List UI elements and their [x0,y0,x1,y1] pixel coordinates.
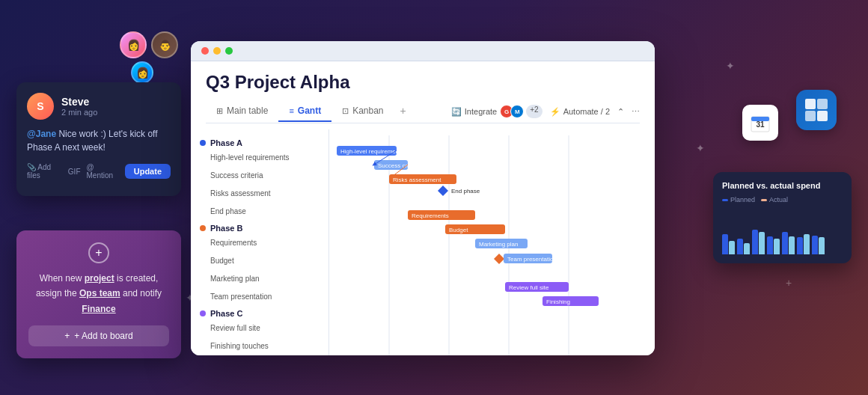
actual-bar-2 [744,243,750,254]
gantt-tabs: ⊞ Main table ≡ Gantt ⊡ Kanban + 🔄 Integr… [206,100,640,123]
integrate-label: Integrate [465,107,497,116]
task-end-phase-a: End phase [191,203,328,221]
planned-dot [722,199,728,201]
more-options-button[interactable]: ⋯ [632,107,640,117]
window-titlebar [191,41,655,61]
task-marketing-plan: Marketing plan [191,270,328,288]
google-calendar-icon: 31 [742,105,778,141]
svg-rect-11 [817,111,828,121]
plus-icon: + [88,242,109,263]
planned-bar-7 [812,236,818,254]
toolbar-right: 🔄 Integrate G M +2 ⚡ Automate / 2 ⌃ ⋯ [451,105,640,118]
add-to-board-icon: + [64,331,70,341]
planned-bar-4 [767,236,773,254]
gantt-header: Q3 Project Alpha ⊞ Main table ≡ Gantt ⊡ … [191,61,655,129]
phase-c-dot [200,310,206,316]
bar-group-6 [797,234,810,254]
automate-button[interactable]: ⚡ Automate / 2 [550,107,610,117]
add-to-board-button[interactable]: + + Add to board [28,325,169,346]
actual-bar-5 [789,236,795,254]
gantt-icon: ≡ [289,106,293,115]
close-dot [201,47,209,55]
sync-icon: 🔄 [451,107,462,117]
svg-rect-10 [805,111,816,121]
add-view-button[interactable]: + [394,100,412,123]
planned-bar-2 [737,239,743,254]
legend-planned: Planned [722,196,755,203]
gantt-window: Q3 Project Alpha ⊞ Main table ≡ Gantt ⊡ … [191,41,655,355]
task-high-level-req: High-level requirements [191,149,328,167]
project-keyword: project [85,273,114,284]
automation-card: + When new project is created, assign th… [16,230,181,358]
task-budget: Budget [191,252,328,270]
actual-bar-3 [759,232,765,254]
planned-bar-6 [797,237,803,254]
actual-bar-1 [729,241,735,254]
bar-label-success-criteria: Success criteria [378,162,421,169]
phase-b-name: Phase B [210,224,242,233]
gantt-chart-area: High-level requirements Success criteria… [329,129,655,355]
phase-a-dot [200,140,206,146]
main-table-icon: ⊞ [216,106,223,116]
chat-card: S Steve 2 min ago @Jane Nice work :) Let… [16,82,181,196]
bar-label-requirements: Requirements [412,212,449,219]
automate-icon: ⚡ [550,107,560,117]
main-table-label: Main table [227,105,268,116]
legend-actual: Actual [761,196,788,203]
bar-group-4 [767,236,780,254]
bar-label-budget: Budget [449,227,468,233]
task-team-presentation: Team presentation [191,288,328,306]
bar-label-review-full-site: Review full site [509,284,549,291]
planned-bar-3 [752,230,758,254]
avatar-1: 👩 [120,31,147,58]
task-review-full-site: Review full site [191,319,328,337]
project-title: Q3 Project Alpha [206,72,640,93]
gantt-svg: High-level requirements Success criteria… [329,135,655,349]
gantt-body: Phase A High-level requirements Success … [191,129,655,355]
phase-b-label: Phase B [191,221,328,234]
task-finishing-touches: Finishing touches [191,337,328,355]
automate-label: Automate / 2 [563,107,610,116]
chevron-up-icon: ⌃ [617,107,624,117]
chat-mention: @Jane [27,129,56,139]
actual-label: Actual [769,196,788,203]
automation-text: When new project is created, assign the … [28,271,169,316]
kanban-label: Kanban [352,105,383,116]
add-files-btn[interactable]: 📎 Add files [27,163,62,180]
gif-btn[interactable]: GIF [68,168,81,176]
add-to-board-label: + Add to board [74,331,132,341]
bar-label-risks-assessment: Risks assessment [393,177,441,183]
tab-main-table[interactable]: ⊞ Main table [206,101,278,122]
tab-kanban[interactable]: ⊡ Kanban [331,101,394,122]
avatar-3: 👩 [131,61,153,84]
bar-group-1 [722,234,735,254]
bar-group-3 [752,230,765,254]
phase-c-label: Phase C [191,306,328,319]
actual-bar-4 [774,239,780,254]
integrate-button[interactable]: 🔄 Integrate G M +2 [451,105,542,118]
actual-bar-6 [804,234,810,254]
svg-rect-8 [805,99,816,109]
tab-gantt[interactable]: ≡ Gantt [278,101,331,122]
task-success-criteria: Success criteria [191,167,328,185]
bar-group-5 [782,232,795,254]
chart-card: Planned vs. actual spend Planned Actual [713,172,852,263]
more-menu-button[interactable]: ⌃ [617,107,624,117]
star-decoration-3: ✦ [726,60,735,72]
phase-c-name: Phase C [210,309,242,318]
bar-label-marketing-plan: Marketing plan [479,241,518,248]
chat-time: 2 min ago [61,108,97,117]
chat-avatar: S [27,93,54,120]
bar-label-finishing-touches: Finishing [546,298,570,305]
floating-avatars: 👩 👨 👩 [120,31,178,58]
brand-logo-icon [796,90,837,130]
mention-btn[interactable]: @ Mention [87,163,119,180]
bar-label-team-presentation: Team presentation [507,256,557,263]
chat-username: Steve [61,96,97,108]
ops-team-keyword: Ops team [79,288,120,298]
gantt-task-list: Phase A High-level requirements Success … [191,129,329,355]
update-button[interactable]: Update [125,164,171,179]
task-requirements: Requirements [191,234,328,252]
star-decoration-2: + [786,277,792,289]
finance-keyword: Finance [82,304,115,314]
